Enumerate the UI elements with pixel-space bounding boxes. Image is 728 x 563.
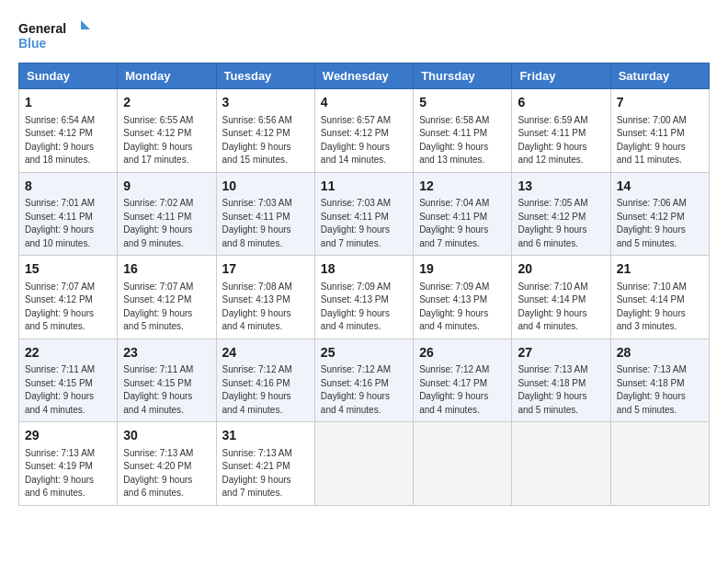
calendar-cell <box>610 422 709 506</box>
day-number: 25 <box>321 344 407 362</box>
calendar-week-row: 22Sunrise: 7:11 AMSunset: 4:15 PMDayligh… <box>19 339 710 422</box>
calendar-cell: 17Sunrise: 7:08 AMSunset: 4:13 PMDayligh… <box>216 256 314 339</box>
calendar-cell: 20Sunrise: 7:10 AMSunset: 4:14 PMDayligh… <box>512 256 610 339</box>
day-info: Sunrise: 6:57 AMSunset: 4:12 PMDaylight:… <box>321 114 407 167</box>
calendar-cell: 16Sunrise: 7:07 AMSunset: 4:12 PMDayligh… <box>118 256 216 339</box>
calendar-cell: 7Sunrise: 7:00 AMSunset: 4:11 PMDaylight… <box>610 89 709 173</box>
day-info: Sunrise: 7:05 AMSunset: 4:12 PMDaylight:… <box>518 197 604 250</box>
day-info: Sunrise: 7:03 AMSunset: 4:11 PMDaylight:… <box>321 197 407 250</box>
calendar-cell: 23Sunrise: 7:11 AMSunset: 4:15 PMDayligh… <box>118 339 216 422</box>
day-info: Sunrise: 7:02 AMSunset: 4:11 PMDaylight:… <box>123 197 210 250</box>
day-number: 15 <box>25 260 111 279</box>
day-header-sunday: Sunday <box>19 63 118 89</box>
day-info: Sunrise: 6:55 AMSunset: 4:12 PMDaylight:… <box>123 114 210 167</box>
day-header-monday: Monday <box>118 63 216 89</box>
day-number: 29 <box>25 427 111 445</box>
day-info: Sunrise: 6:59 AMSunset: 4:11 PMDaylight:… <box>518 114 604 167</box>
day-number: 11 <box>321 178 407 196</box>
calendar-cell: 6Sunrise: 6:59 AMSunset: 4:11 PMDaylight… <box>512 89 610 173</box>
day-info: Sunrise: 7:10 AMSunset: 4:14 PMDaylight:… <box>617 281 703 334</box>
day-number: 14 <box>617 178 703 196</box>
day-info: Sunrise: 7:06 AMSunset: 4:12 PMDaylight:… <box>617 197 703 250</box>
calendar-cell: 26Sunrise: 7:12 AMSunset: 4:17 PMDayligh… <box>414 339 512 422</box>
day-info: Sunrise: 7:04 AMSunset: 4:11 PMDaylight:… <box>419 197 506 250</box>
day-header-friday: Friday <box>512 63 610 89</box>
day-info: Sunrise: 7:07 AMSunset: 4:12 PMDaylight:… <box>25 281 111 334</box>
day-number: 7 <box>617 94 703 112</box>
day-number: 12 <box>419 178 506 196</box>
day-header-thursday: Thursday <box>414 63 512 89</box>
day-info: Sunrise: 7:09 AMSunset: 4:13 PMDaylight:… <box>419 281 506 334</box>
day-info: Sunrise: 7:00 AMSunset: 4:11 PMDaylight:… <box>617 114 703 167</box>
day-number: 6 <box>518 94 604 112</box>
calendar-cell: 5Sunrise: 6:58 AMSunset: 4:11 PMDaylight… <box>414 89 512 173</box>
day-number: 23 <box>123 344 210 362</box>
calendar-cell: 3Sunrise: 6:56 AMSunset: 4:12 PMDaylight… <box>216 89 314 173</box>
day-number: 3 <box>222 94 309 112</box>
day-header-tuesday: Tuesday <box>216 63 314 89</box>
calendar-week-row: 1Sunrise: 6:54 AMSunset: 4:12 PMDaylight… <box>19 89 710 173</box>
header: General Blue <box>18 18 710 53</box>
calendar-cell: 22Sunrise: 7:11 AMSunset: 4:15 PMDayligh… <box>19 339 118 422</box>
day-number: 27 <box>518 344 604 362</box>
calendar-cell: 9Sunrise: 7:02 AMSunset: 4:11 PMDaylight… <box>118 172 216 256</box>
calendar-cell: 11Sunrise: 7:03 AMSunset: 4:11 PMDayligh… <box>314 172 413 256</box>
day-number: 26 <box>419 344 506 362</box>
calendar-cell: 29Sunrise: 7:13 AMSunset: 4:19 PMDayligh… <box>19 422 118 506</box>
calendar-cell: 2Sunrise: 6:55 AMSunset: 4:12 PMDaylight… <box>118 89 216 173</box>
calendar-cell: 1Sunrise: 6:54 AMSunset: 4:12 PMDaylight… <box>19 89 118 173</box>
calendar-week-row: 29Sunrise: 7:13 AMSunset: 4:19 PMDayligh… <box>19 422 710 506</box>
svg-text:Blue: Blue <box>18 36 47 51</box>
day-number: 17 <box>222 260 309 279</box>
day-info: Sunrise: 7:07 AMSunset: 4:12 PMDaylight:… <box>123 281 210 334</box>
day-info: Sunrise: 7:03 AMSunset: 4:11 PMDaylight:… <box>222 197 309 250</box>
day-info: Sunrise: 7:10 AMSunset: 4:14 PMDaylight:… <box>518 281 604 334</box>
day-info: Sunrise: 7:12 AMSunset: 4:16 PMDaylight:… <box>321 363 407 417</box>
svg-marker-2 <box>81 20 90 29</box>
calendar-cell <box>314 422 413 506</box>
day-number: 8 <box>25 178 111 196</box>
day-info: Sunrise: 6:58 AMSunset: 4:11 PMDaylight:… <box>419 114 506 167</box>
day-number: 21 <box>617 260 703 279</box>
day-info: Sunrise: 7:13 AMSunset: 4:18 PMDaylight:… <box>518 363 604 417</box>
calendar-cell: 15Sunrise: 7:07 AMSunset: 4:12 PMDayligh… <box>19 256 118 339</box>
calendar-cell: 13Sunrise: 7:05 AMSunset: 4:12 PMDayligh… <box>512 172 610 256</box>
calendar-cell: 24Sunrise: 7:12 AMSunset: 4:16 PMDayligh… <box>216 339 314 422</box>
day-info: Sunrise: 7:11 AMSunset: 4:15 PMDaylight:… <box>123 363 210 417</box>
day-number: 4 <box>321 94 407 112</box>
day-info: Sunrise: 7:11 AMSunset: 4:15 PMDaylight:… <box>25 363 111 417</box>
day-info: Sunrise: 6:54 AMSunset: 4:12 PMDaylight:… <box>25 114 111 167</box>
logo: General Blue <box>18 18 92 53</box>
day-info: Sunrise: 6:56 AMSunset: 4:12 PMDaylight:… <box>222 114 309 167</box>
calendar-cell: 10Sunrise: 7:03 AMSunset: 4:11 PMDayligh… <box>216 172 314 256</box>
calendar-cell: 19Sunrise: 7:09 AMSunset: 4:13 PMDayligh… <box>414 256 512 339</box>
calendar-cell: 8Sunrise: 7:01 AMSunset: 4:11 PMDaylight… <box>19 172 118 256</box>
calendar-cell: 31Sunrise: 7:13 AMSunset: 4:21 PMDayligh… <box>216 422 314 506</box>
day-info: Sunrise: 7:08 AMSunset: 4:13 PMDaylight:… <box>222 281 309 334</box>
day-number: 24 <box>222 344 309 362</box>
calendar-cell <box>512 422 610 506</box>
calendar-header-row: SundayMondayTuesdayWednesdayThursdayFrid… <box>19 63 710 89</box>
day-number: 20 <box>518 260 604 279</box>
day-info: Sunrise: 7:13 AMSunset: 4:18 PMDaylight:… <box>617 363 703 417</box>
day-number: 2 <box>123 94 210 112</box>
calendar-week-row: 15Sunrise: 7:07 AMSunset: 4:12 PMDayligh… <box>19 256 710 339</box>
day-number: 19 <box>419 260 506 279</box>
calendar-cell: 4Sunrise: 6:57 AMSunset: 4:12 PMDaylight… <box>314 89 413 173</box>
day-number: 16 <box>123 260 210 279</box>
day-header-saturday: Saturday <box>610 63 709 89</box>
day-number: 18 <box>321 260 407 279</box>
day-number: 28 <box>617 344 703 362</box>
calendar-cell: 28Sunrise: 7:13 AMSunset: 4:18 PMDayligh… <box>610 339 709 422</box>
calendar-cell: 25Sunrise: 7:12 AMSunset: 4:16 PMDayligh… <box>314 339 413 422</box>
day-number: 5 <box>419 94 506 112</box>
day-info: Sunrise: 7:01 AMSunset: 4:11 PMDaylight:… <box>25 197 111 250</box>
day-number: 30 <box>123 427 210 445</box>
calendar-table: SundayMondayTuesdayWednesdayThursdayFrid… <box>18 63 710 506</box>
day-number: 10 <box>222 178 309 196</box>
day-number: 9 <box>123 178 210 196</box>
calendar-cell: 12Sunrise: 7:04 AMSunset: 4:11 PMDayligh… <box>414 172 512 256</box>
day-info: Sunrise: 7:09 AMSunset: 4:13 PMDaylight:… <box>321 281 407 334</box>
day-number: 1 <box>25 94 111 112</box>
day-info: Sunrise: 7:13 AMSunset: 4:19 PMDaylight:… <box>25 447 111 500</box>
